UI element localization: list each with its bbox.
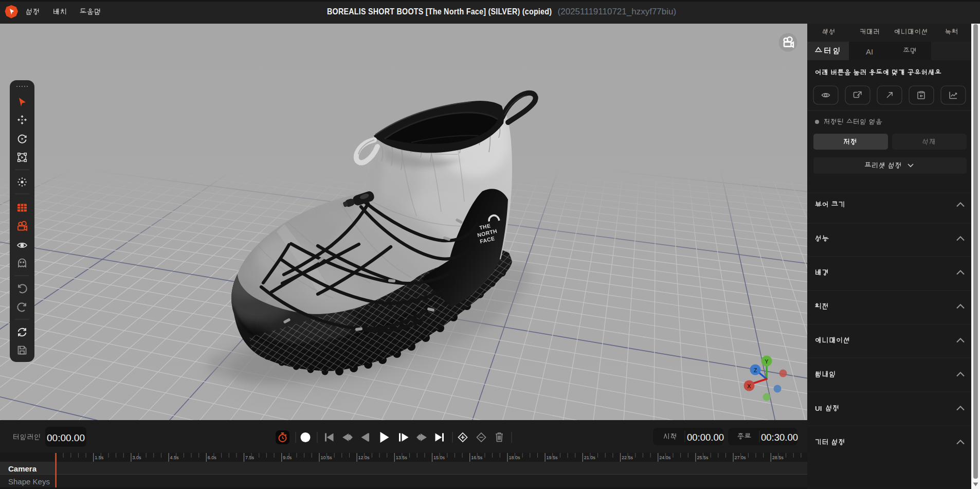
svg-text:Camera: Camera xyxy=(8,464,37,473)
svg-text:13.5s: 13.5s xyxy=(396,455,408,460)
svg-text:3.0s: 3.0s xyxy=(132,455,141,460)
svg-text:6.0s: 6.0s xyxy=(208,455,217,460)
svg-text:AI: AI xyxy=(866,47,873,56)
svg-text:21.0s: 21.0s xyxy=(584,455,596,460)
svg-text:18.0s: 18.0s xyxy=(509,455,520,460)
svg-text:19.5s: 19.5s xyxy=(547,455,558,460)
svg-text:15.0s: 15.0s xyxy=(433,455,445,460)
svg-text:Shape Keys: Shape Keys xyxy=(8,477,50,486)
svg-text:Z: Z xyxy=(754,367,757,373)
svg-text:4.5s: 4.5s xyxy=(170,455,179,460)
svg-text:1.5s: 1.5s xyxy=(95,455,104,460)
svg-text:10.5s: 10.5s xyxy=(320,455,332,460)
svg-text:16.5s: 16.5s xyxy=(471,455,483,460)
svg-text:25.5s: 25.5s xyxy=(697,455,709,460)
svg-text:UI: UI xyxy=(815,405,822,412)
svg-text:00:30.00: 00:30.00 xyxy=(761,432,798,443)
svg-text:Y: Y xyxy=(765,358,769,365)
svg-text:24.0s: 24.0s xyxy=(659,455,671,460)
svg-text:7.5s: 7.5s xyxy=(245,455,255,460)
svg-text:12.0s: 12.0s xyxy=(358,455,370,460)
svg-text:X: X xyxy=(747,383,751,389)
svg-text:27.0s: 27.0s xyxy=(735,455,747,460)
svg-text:00:00.00: 00:00.00 xyxy=(47,432,85,443)
svg-text:00:00.00: 00:00.00 xyxy=(687,432,724,443)
svg-text:9.0s: 9.0s xyxy=(283,455,292,460)
svg-text:28.5s: 28.5s xyxy=(772,455,784,460)
svg-text:22.5s: 22.5s xyxy=(622,455,633,460)
